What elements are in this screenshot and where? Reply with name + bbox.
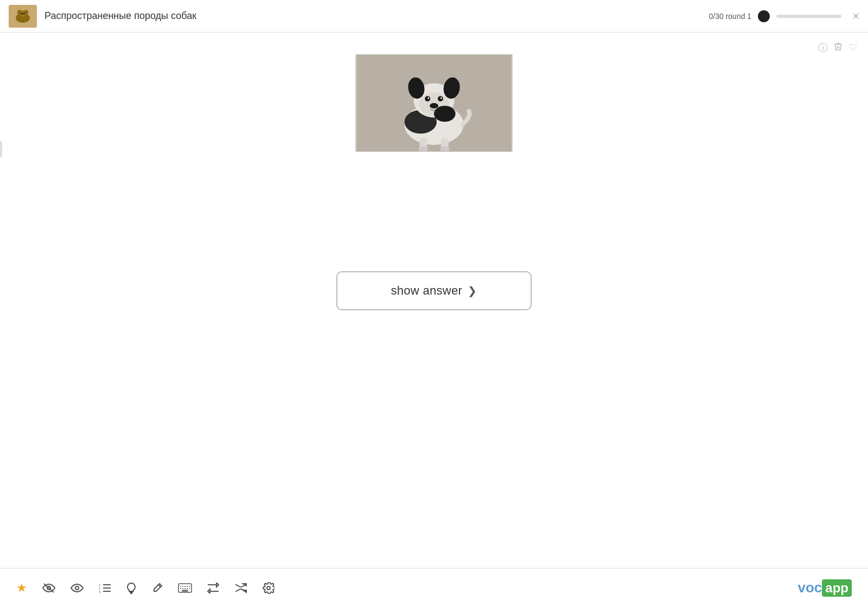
main-content: ⓘ ♡ bbox=[0, 33, 868, 568]
svg-point-14 bbox=[425, 96, 430, 101]
deck-title: Распространенные породы собак bbox=[44, 10, 709, 22]
progress-text: 0/30 round 1 bbox=[709, 12, 752, 21]
show-answer-label: show answer bbox=[391, 284, 462, 298]
svg-point-18 bbox=[430, 103, 438, 108]
left-edge-indicator bbox=[0, 141, 2, 157]
svg-rect-47 bbox=[182, 590, 188, 591]
vocapp-logo: voc app bbox=[798, 579, 852, 597]
star-icon[interactable]: ★ bbox=[16, 581, 27, 595]
repeat-icon[interactable] bbox=[207, 583, 219, 593]
bottom-toolbar: ★ 1 2 3 bbox=[0, 568, 868, 607]
shuffle-icon[interactable] bbox=[234, 583, 247, 593]
svg-point-17 bbox=[441, 98, 442, 99]
list-icon[interactable]: 1 2 3 bbox=[99, 583, 111, 593]
delete-icon[interactable] bbox=[833, 42, 843, 54]
svg-point-26 bbox=[75, 586, 79, 590]
eye-hide-icon[interactable] bbox=[42, 583, 55, 593]
svg-text:3: 3 bbox=[99, 590, 101, 593]
svg-point-19 bbox=[434, 106, 456, 122]
settings-icon[interactable] bbox=[263, 582, 275, 594]
card-actions: ⓘ ♡ bbox=[818, 41, 857, 54]
info-icon[interactable]: ⓘ bbox=[818, 41, 828, 54]
svg-point-16 bbox=[427, 98, 429, 99]
svg-point-5 bbox=[21, 12, 23, 14]
chevron-right-icon: ❯ bbox=[468, 284, 477, 297]
card-image bbox=[355, 54, 513, 152]
header-right: 0/30 round 1 × bbox=[709, 10, 859, 22]
progress-circle bbox=[758, 10, 770, 22]
progress-bar bbox=[776, 15, 841, 18]
favorite-icon[interactable]: ♡ bbox=[848, 42, 857, 54]
svg-point-15 bbox=[438, 96, 443, 101]
header: Распространенные породы собак 0/30 round… bbox=[0, 0, 868, 33]
pencil-icon[interactable] bbox=[152, 583, 163, 593]
deck-thumbnail bbox=[9, 5, 37, 28]
keyboard-icon[interactable] bbox=[178, 583, 192, 593]
show-answer-button[interactable]: show answer ❯ bbox=[336, 271, 532, 310]
close-button[interactable]: × bbox=[852, 10, 859, 22]
lightbulb-icon[interactable] bbox=[126, 582, 137, 594]
app-text: app bbox=[822, 579, 852, 597]
eye-show-icon[interactable] bbox=[71, 583, 84, 593]
voc-text: voc bbox=[798, 579, 822, 596]
svg-point-48 bbox=[267, 586, 270, 590]
toolbar-icons: ★ 1 2 3 bbox=[16, 581, 275, 595]
svg-point-6 bbox=[23, 12, 25, 14]
